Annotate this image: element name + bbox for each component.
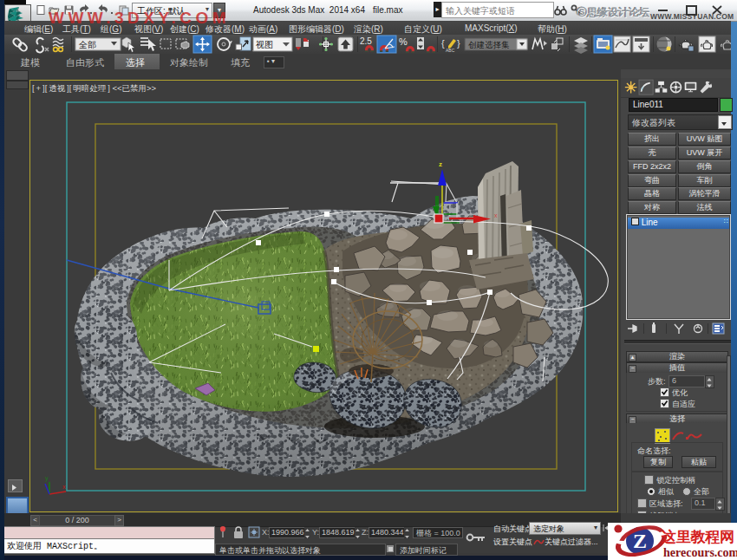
svg-text:Z: Z: [633, 530, 647, 552]
svg-text:{: {: [441, 38, 445, 49]
svg-text:2.5: 2.5: [360, 36, 372, 46]
svg-text:z: z: [439, 160, 442, 168]
svg-text:y: y: [45, 475, 49, 482]
svg-text:}: }: [457, 38, 460, 49]
svg-text:ABC: ABC: [446, 48, 455, 53]
svg-text:x: x: [494, 212, 498, 218]
svg-text:创建选择集: 创建选择集: [468, 40, 510, 49]
svg-text:herecours.com: herecours.com: [663, 546, 737, 559]
svg-text:全部: 全部: [78, 40, 96, 49]
svg-text:这里教程网: 这里教程网: [661, 529, 734, 545]
svg-text:%: %: [399, 36, 408, 47]
svg-text:视图: 视图: [256, 40, 273, 49]
svg-text:x: x: [62, 484, 66, 490]
